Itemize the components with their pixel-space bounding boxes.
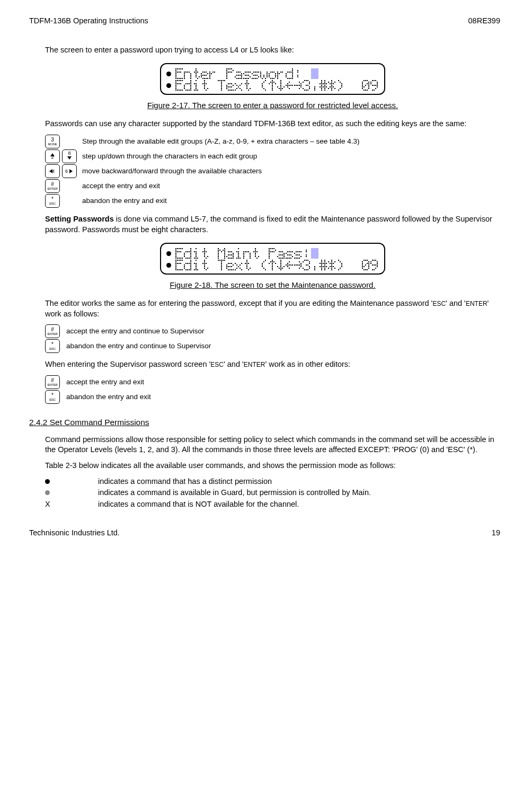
bullet-row: indicates a command is available in Guar… [45, 488, 500, 498]
key-description: accept the entry and exit [82, 181, 160, 191]
key-row: 28step up/down through the characters in… [45, 149, 500, 163]
key-row: *ESCabandon the entry and exit [45, 194, 500, 208]
key-row: #ENTERaccept the entry and exit [45, 375, 500, 389]
key-description: abandon the entry and continue to Superv… [66, 341, 211, 351]
key-button: 2 [45, 149, 60, 163]
key-description: accept the entry and exit [66, 377, 144, 387]
key-button: 3MODE [45, 135, 60, 148]
body: The screen to enter a password upon tryi… [45, 45, 500, 510]
key-row: #ENTERaccept the entry and exit [45, 179, 500, 193]
key-button: *ESC [45, 339, 60, 353]
key-button: *ESC [45, 390, 60, 404]
gray-dot-icon [45, 490, 50, 495]
solid-dot-icon [45, 479, 50, 484]
page-footer: Technisonic Industries Ltd. 19 [29, 528, 500, 539]
section-heading: 2.4.2 Set Command Permissions [29, 417, 500, 428]
bullet-row: indicates a command that has a distinct … [45, 476, 500, 487]
bullet-row: Xindicates a command that is NOT availab… [45, 499, 500, 510]
key-button: 6 [62, 164, 77, 178]
paragraph: The screen to enter a password upon tryi… [45, 45, 500, 56]
key-description: Step through the available edit groups (… [82, 137, 359, 146]
header-right: 08RE399 [468, 16, 500, 27]
key-button: 4 [45, 164, 60, 178]
paragraph: Table 2-3 below indicates all the availa… [45, 461, 500, 471]
key-description: move backward/forward through the availa… [82, 166, 262, 176]
footer-right: 19 [492, 528, 500, 539]
paragraph: Command permissions allow those responsi… [45, 435, 500, 455]
key-button: #ENTER [45, 375, 60, 389]
figure-caption-2: Figure 2-18. The screen to set the Maint… [45, 280, 500, 290]
key-row: 3MODEStep through the available edit gro… [45, 135, 500, 148]
key-row: #ENTERaccept the entry and continue to S… [45, 324, 500, 338]
bullet-text: indicates a command that is NOT availabl… [98, 499, 299, 510]
header-left: TDFM-136B Operating Instructions [29, 16, 148, 27]
key-row: *ESCabandon the entry and exit [45, 390, 500, 404]
page-header: TDFM-136B Operating Instructions 08RE399 [29, 16, 500, 27]
figure-caption-1: Figure 2-17. The screen to enter a passw… [45, 100, 500, 111]
footer-left: Technisonic Industries Ltd. [29, 528, 120, 539]
paragraph: When entering the Supervisor password sc… [45, 359, 500, 370]
key-row: 46move backward/forward through the avai… [45, 164, 500, 178]
key-row: *ESCabandon the entry and continue to Su… [45, 339, 500, 353]
key-table-3: #ENTERaccept the entry and exit*ESCaband… [45, 375, 500, 404]
key-button: #ENTER [45, 324, 60, 338]
key-description: accept the entry and continue to Supervi… [66, 327, 204, 336]
bullet-text: indicates a command that has a distinct … [98, 476, 272, 487]
key-button: #ENTER [45, 179, 60, 193]
bullet-list: indicates a command that has a distinct … [45, 476, 500, 510]
key-button: 8 [62, 149, 77, 163]
key-description: abandon the entry and exit [82, 196, 167, 206]
paragraph: The editor works the same as for enterin… [45, 298, 500, 319]
bullet-text: indicates a command is available in Guar… [98, 488, 371, 498]
paragraph: Passwords can use any character supporte… [45, 119, 500, 129]
lcd-screen-1 [160, 63, 385, 95]
lcd-screen-2 [160, 243, 385, 275]
key-button: *ESC [45, 194, 60, 208]
key-table-1: 3MODEStep through the available edit gro… [45, 135, 500, 208]
key-description: abandon the entry and exit [66, 392, 151, 402]
paragraph: Setting Passwords is done via command L5… [45, 214, 500, 235]
key-description: step up/down through the characters in e… [82, 152, 257, 161]
key-table-2: #ENTERaccept the entry and continue to S… [45, 324, 500, 353]
